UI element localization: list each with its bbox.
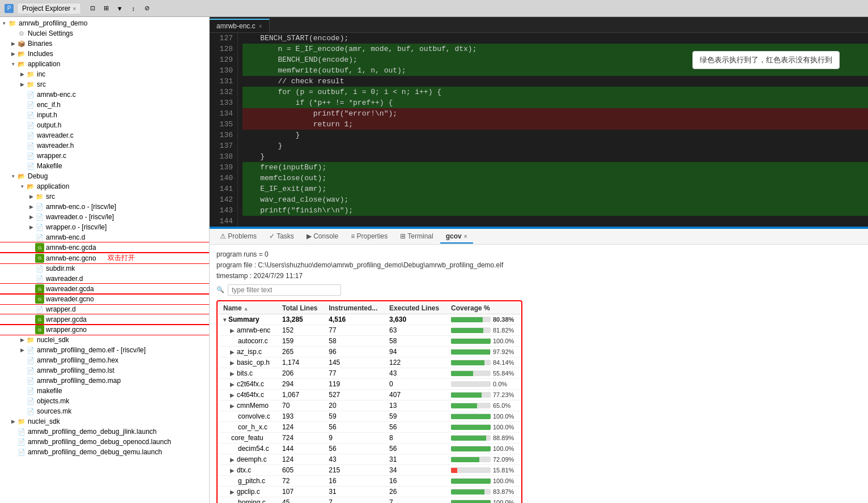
toolbar-btn-2[interactable]: ⊞ [100, 3, 112, 14]
sidebar-item-amrwb-enc.o[interactable]: ▶📄amrwb-enc.o - [riscv/le] [0, 202, 209, 212]
sidebar-item-amrwb-enc.c[interactable]: 📄amrwb-enc.c [0, 89, 209, 100]
sidebar-item-amrwb_map[interactable]: 📄amrwb_profiling_demo.map [0, 376, 209, 386]
sidebar-item-wrapper.d[interactable]: 📄wrapper.d [0, 304, 209, 314]
sidebar-item-application2[interactable]: ▾📂application [0, 181, 209, 191]
sidebar-item-amrwb_debug_qemu[interactable]: 📄amrwb_profiling_demo_debug_qemu.launch [0, 447, 209, 457]
toolbar-btn-5[interactable]: ⊘ [141, 3, 152, 14]
table-row[interactable]: ▶cmnMemo702013 65.0% [219, 400, 520, 411]
expand-arrow[interactable]: ▶ [230, 457, 235, 463]
sidebar-item-wrapper.o[interactable]: ▶📄wrapper.o - [riscv/le] [0, 222, 209, 232]
expand-arrow[interactable]: ▶ [230, 489, 235, 495]
table-row[interactable]: homing.c4577 100.0% [219, 497, 520, 503]
sidebar-item-wrapper.gcno[interactable]: Gwrapper.gcno [0, 325, 209, 335]
sidebar-item-Debug[interactable]: ▾📂Debug [0, 171, 209, 181]
expand-arrow[interactable]: ▶ [230, 392, 235, 398]
sidebar-item-amrwb-enc.gcno[interactable]: Gamrwb-enc.gcno双击打开 [0, 253, 209, 263]
expand-arrow[interactable]: ▾ [223, 317, 226, 323]
sidebar-item-binaries[interactable]: ▶📦Binaries [0, 39, 209, 49]
table-row[interactable]: ▶basic_op.h1,174145122 84.14% [219, 357, 520, 368]
row-name-text: c2t64fx.c [237, 380, 264, 388]
panel-tab-gcov[interactable]: gcov× [440, 230, 473, 244]
panel-tab-close-gcov[interactable]: × [464, 233, 467, 240]
table-row[interactable]: ▶gpclip.c1073126 83.87% [219, 486, 520, 497]
sidebar-item-amrwb_debug_openocd[interactable]: 📄amrwb_profiling_demo_debug_openocd.laun… [0, 437, 209, 447]
sidebar-item-amrwb_lst[interactable]: 📄amrwb_profiling_demo.lst [0, 365, 209, 376]
table-row[interactable]: ▶amrwb-enc1527763 81.82% [219, 325, 520, 335]
sidebar-item-label-wavreader.c: wavreader.c [37, 131, 74, 139]
table-row[interactable]: ▶bits.c2067743 55.84% [219, 368, 520, 378]
table-row[interactable]: autocorr.c1595858 100.0% [219, 335, 520, 346]
sidebar-item-nuclei_settings[interactable]: ⚙Nuclei Settings [0, 28, 209, 39]
table-row[interactable]: decim54.c1445656 100.0% [219, 443, 520, 454]
sidebar-item-subdir.mk[interactable]: 📄subdir.mk [0, 263, 209, 274]
sidebar-item-wrapper.gcda[interactable]: Gwrapper.gcda [0, 314, 209, 325]
table-row[interactable]: cor_h_x.c1245656 100.0% [219, 421, 520, 432]
expand-arrow[interactable]: ▶ [230, 360, 235, 366]
sidebar-item-includes[interactable]: ▶📂Includes [0, 49, 209, 59]
project-explorer-tab[interactable]: Project Explorer × [17, 3, 81, 14]
sidebar-item-wavreader.o[interactable]: ▶📄wavreader.o - [riscv/le] [0, 212, 209, 222]
coverage-bar [451, 435, 491, 441]
expand-arrow[interactable]: ▶ [230, 370, 235, 377]
col-header-Name[interactable]: Name▲ [219, 302, 278, 314]
sidebar-item-sources.mk[interactable]: 📄sources.mk [0, 406, 209, 416]
sidebar-item-Makefile[interactable]: 📄Makefile [0, 161, 209, 171]
project-explorer-tab-close[interactable]: × [73, 6, 76, 12]
table-row[interactable]: g_pitch.c721616 100.0% [219, 475, 520, 486]
expand-arrow[interactable]: ▶ [230, 349, 235, 355]
panel-tab-console[interactable]: ▶ Console [301, 230, 344, 244]
table-row[interactable]: ▶c4t64fx.c1,067527407 77.23% [219, 389, 520, 400]
col-header-Coverage-[interactable]: Coverage % [446, 302, 520, 314]
expand-arrow[interactable]: ▶ [230, 327, 235, 334]
toolbar-btn-1[interactable]: ⊡ [87, 3, 98, 14]
table-row[interactable]: ▶dtx.c60521534 15.81% [219, 464, 520, 475]
sidebar-item-nuclei_sdk2[interactable]: ▶📁nuclei_sdk [0, 416, 209, 427]
table-row[interactable]: ▾Summary13,2854,5163,630 80.38% [219, 314, 520, 325]
sidebar-item-amrwb-enc.d[interactable]: 📄amrwb-enc.d [0, 232, 209, 242]
expand-arrow[interactable]: ▶ [230, 467, 235, 474]
table-row[interactable]: ▶deemph.c1244331 72.09% [219, 454, 520, 464]
editor-tab-close[interactable]: × [259, 23, 262, 29]
sidebar-item-objects.mk[interactable]: 📄objects.mk [0, 396, 209, 406]
sidebar-item-amrwb_elf[interactable]: ▶📄amrwb_profiling_demo.elf - [riscv/le] [0, 345, 209, 355]
table-row[interactable]: ▶c2t64fx.c2941190 0.0% [219, 378, 520, 389]
sidebar-item-wavreader.gcda[interactable]: Gwavreader.gcda [0, 284, 209, 294]
sidebar-item-input.h[interactable]: 📄input.h [0, 110, 209, 120]
expand-arrow[interactable]: ▶ [230, 381, 235, 387]
panel-tab-terminal[interactable]: ⊞ Terminal [394, 230, 439, 244]
table-row[interactable]: core_featu72498 88.89% [219, 432, 520, 443]
editor-tab-amrwb-enc[interactable]: amrwb-enc.c × [210, 19, 270, 32]
sidebar-item-wavreader.d[interactable]: 📄wavreader.d [0, 274, 209, 284]
filter-input[interactable] [228, 284, 341, 296]
sidebar-item-src2[interactable]: ▶📁src [0, 191, 209, 202]
coverage-bar-fill [451, 446, 491, 451]
panel-tab-tasks[interactable]: ✓ Tasks [263, 230, 300, 244]
sidebar-item-wrapper.c[interactable]: 📄wrapper.c [0, 151, 209, 161]
expand-arrow[interactable]: ▶ [230, 403, 235, 409]
sidebar-item-amrwb-enc.gcda[interactable]: Gamrwb-enc.gcda [0, 242, 209, 253]
sidebar-item-wavreader.c[interactable]: 📄wavreader.c [0, 130, 209, 140]
sidebar-item-application[interactable]: ▾📂application [0, 59, 209, 69]
panel-tab-problems[interactable]: ⚠ Problems [214, 230, 262, 244]
col-header-Executed-Lines[interactable]: Executed Lines [385, 302, 446, 314]
toolbar-btn-3[interactable]: ▼ [114, 3, 125, 14]
toolbar-btn-4[interactable]: ↕ [127, 3, 139, 14]
col-header-Total-Lines[interactable]: Total Lines [278, 302, 324, 314]
row-instrumented-Summary: 4,516 [324, 314, 385, 325]
sidebar-item-nuclei_sdk_folder[interactable]: ▶📁nuclei_sdk [0, 335, 209, 345]
sidebar-item-root[interactable]: ▾📁amrwb_profiling_demo [0, 18, 209, 28]
panel-tab-properties[interactable]: ≡ Properties [345, 230, 393, 244]
table-row[interactable]: ▶az_isp.c2659694 97.92% [219, 346, 520, 357]
sidebar-item-src[interactable]: ▶📁src [0, 79, 209, 89]
sidebar-item-makefile2[interactable]: 📄makefile [0, 386, 209, 396]
sidebar-item-amrwb_debug_jlink[interactable]: 📄amrwb_profiling_demo_debug_jlink.launch [0, 427, 209, 437]
sidebar-item-wavreader.h[interactable]: 📄wavreader.h [0, 140, 209, 151]
sidebar-item-inc[interactable]: ▶📁inc [0, 69, 209, 79]
col-header-Instrumented-[interactable]: Instrumented... [324, 302, 385, 314]
sidebar-item-amrwb_hex[interactable]: 📄amrwb_profiling_demo.hex [0, 355, 209, 365]
sidebar-item-enc_if.h[interactable]: 📄enc_if.h [0, 100, 209, 110]
table-row[interactable]: convolve.c1935959 100.0% [219, 411, 520, 421]
sidebar-item-wavreader.gcno[interactable]: Gwavreader.gcno [0, 294, 209, 304]
coverage-bar-fill [451, 339, 491, 344]
sidebar-item-output.h[interactable]: 📄output.h [0, 120, 209, 130]
